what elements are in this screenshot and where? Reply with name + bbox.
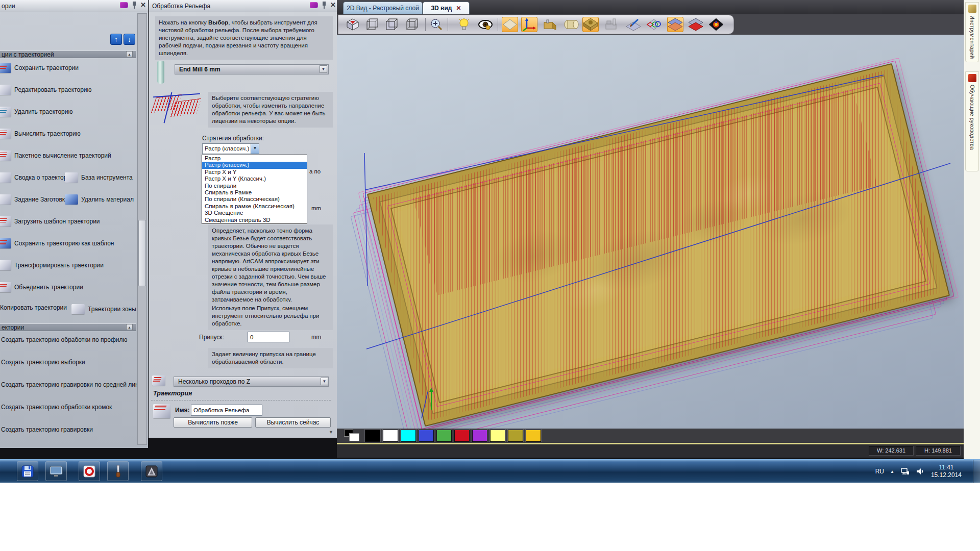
left-panel-scrollbar[interactable] <box>137 13 147 445</box>
help-book-icon[interactable] <box>120 2 128 8</box>
simulation-icon[interactable] <box>604 17 620 32</box>
list-item[interactable]: Траектории зоны <box>71 304 136 314</box>
taskbar-app-window-button[interactable] <box>45 461 67 481</box>
chevron-down-icon[interactable]: ▼ <box>251 144 259 154</box>
list-item[interactable]: Объединить траектории <box>0 282 83 292</box>
relief-preview-icon[interactable] <box>708 17 724 32</box>
roller-icon[interactable] <box>563 17 579 32</box>
layers-red-icon[interactable] <box>688 17 704 32</box>
network-icon[interactable] <box>900 467 910 475</box>
list-item[interactable]: Удалить траекторию <box>0 107 72 117</box>
help-book-icon[interactable] <box>310 2 318 8</box>
origin-axes-icon[interactable] <box>521 17 537 32</box>
color-swatch[interactable] <box>472 430 487 442</box>
view-along-z-icon[interactable] <box>404 17 420 32</box>
taskbar-tool-app-button[interactable] <box>107 461 129 481</box>
dropdown-option[interactable]: Растр X и Y (Классич.) <box>202 176 307 182</box>
list-item[interactable]: Создать траекторию гравировки по средней… <box>1 381 145 388</box>
tool-section-dropdown-icon[interactable]: ▼ <box>320 65 327 73</box>
dropdown-option[interactable]: Растр X и Y <box>202 169 307 176</box>
close-panel-icon[interactable]: ✕ <box>140 2 146 8</box>
color-swatch[interactable] <box>508 430 523 442</box>
list-item[interactable]: Трансформировать траектории <box>0 260 104 270</box>
dropdown-option[interactable]: Спираль в Рамке <box>202 189 307 196</box>
zoom-icon[interactable] <box>428 17 445 32</box>
panel-scroll-down-icon[interactable]: ▼ <box>329 430 333 435</box>
paintbrush-icon[interactable] <box>625 17 642 32</box>
iso-view-icon[interactable] <box>345 17 361 32</box>
color-swatch[interactable] <box>436 430 452 442</box>
draw-plane-icon[interactable] <box>502 17 518 32</box>
color-swatch[interactable] <box>526 430 541 442</box>
view-along-y-icon[interactable] <box>383 17 400 32</box>
multipass-dropdown-icon[interactable]: ▼ <box>321 378 328 385</box>
calculate-later-button[interactable]: Вычислить позже <box>174 417 252 428</box>
toolpath-name-input[interactable] <box>191 405 262 416</box>
close-panel-icon[interactable]: ✕ <box>330 2 336 8</box>
color-swatch[interactable] <box>490 430 505 442</box>
dropdown-option-selected[interactable]: Растр (классич.) <box>202 162 307 168</box>
primary-secondary-color-swatch[interactable] <box>344 430 361 442</box>
relief-block-icon[interactable] <box>582 17 599 32</box>
list-item[interactable]: Копировать траектории <box>0 304 67 311</box>
strategy-combobox[interactable]: Растр (классич.) ▼ <box>202 143 259 154</box>
light-bulb-icon[interactable] <box>456 17 472 32</box>
toolbox-icon[interactable] <box>542 17 558 32</box>
calculate-now-button[interactable]: Вычислить сейчас <box>255 417 331 428</box>
view-along-x-icon[interactable] <box>364 17 380 32</box>
allowance-input[interactable] <box>248 332 289 342</box>
taskbar-artcam-button[interactable] <box>141 461 162 481</box>
list-item[interactable]: Загрузить шаблон траектории <box>0 216 100 227</box>
pin-icon[interactable] <box>322 2 326 9</box>
color-swatch[interactable] <box>419 430 434 442</box>
pin-icon[interactable] <box>132 2 136 9</box>
tab-3d-view[interactable]: 3D вид ✕ <box>423 2 470 14</box>
list-item[interactable]: Создать траекторию гравировки <box>1 426 93 433</box>
list-item[interactable]: Задание Заготовки <box>0 194 68 205</box>
dropdown-option[interactable]: По спирали (Классическая) <box>202 196 307 203</box>
taskbar-save-app-button[interactable] <box>17 461 38 481</box>
language-indicator[interactable]: RU <box>875 468 884 475</box>
dropdown-option[interactable]: По спирали <box>202 183 307 189</box>
dropdown-option[interactable]: Смещенная спираль 3D <box>202 217 307 223</box>
list-item[interactable]: Редактировать траекторию <box>0 85 92 95</box>
list-item[interactable]: Удалить материал <box>65 194 134 205</box>
section-header-toolpaths[interactable]: ектории <box>0 323 136 331</box>
tab-2d-view[interactable]: 2D Вид - Растровый слой <box>343 2 423 14</box>
dropdown-option[interactable]: Растр <box>202 155 307 162</box>
toolpath-zones-diagram-icon[interactable] <box>646 17 662 32</box>
section1-collapse-icon[interactable]: ▲ <box>126 51 133 57</box>
eye-icon[interactable] <box>477 17 494 32</box>
list-item[interactable]: Пакетное вычисление траекторий <box>0 151 111 161</box>
volume-icon[interactable] <box>916 467 925 475</box>
color-swatch[interactable] <box>454 430 470 442</box>
list-item[interactable]: Сводка о траектории <box>0 172 74 183</box>
scroll-down-button[interactable]: ↓ <box>124 34 135 45</box>
dropdown-option[interactable]: 3D Смещение <box>202 210 307 216</box>
list-item[interactable]: Создать траекторию обработки кромок <box>1 404 112 411</box>
list-item[interactable]: Создать траекторию выборки <box>1 359 85 366</box>
3d-viewport[interactable] <box>337 35 965 429</box>
dropdown-option[interactable]: Спираль в рамке (Классическая) <box>202 203 307 210</box>
taskbar-openoffice-button[interactable] <box>79 461 100 481</box>
scroll-up-button[interactable]: ↑ <box>110 34 122 45</box>
list-item[interactable]: Создать траекторию обработки по профилю <box>1 336 127 343</box>
tool-section-bar[interactable]: End Mill 6 mm <box>175 64 329 74</box>
tab-assistant[interactable]: Инструментарий <box>965 2 979 62</box>
layers-icon[interactable] <box>667 17 683 32</box>
color-swatch[interactable] <box>401 430 416 442</box>
close-tab-icon[interactable]: ✕ <box>456 5 461 12</box>
section2-collapse-icon[interactable]: ▲ <box>126 324 133 330</box>
tray-expand-icon[interactable]: ▲ <box>890 469 894 474</box>
color-swatch[interactable] <box>365 430 380 442</box>
section-header-toolpath-operations[interactable]: ции с траекторией <box>0 51 136 58</box>
list-item[interactable]: Сохранить траекторию как шаблон <box>0 238 114 248</box>
taskbar-clock[interactable]: 11:41 15.12.2014 <box>931 464 962 479</box>
tab-tutorials[interactable]: Обучающие руководства <box>965 71 979 171</box>
list-item[interactable]: Вычислить траекторию <box>0 129 81 139</box>
list-item[interactable]: База инструмента <box>65 172 133 183</box>
left-panel-scrollbar-thumb[interactable] <box>138 220 146 286</box>
color-swatch[interactable] <box>383 430 398 442</box>
multipass-section-bar[interactable]: Несколько проходов по Z <box>174 377 329 387</box>
show-desktop-button[interactable] <box>973 460 980 483</box>
